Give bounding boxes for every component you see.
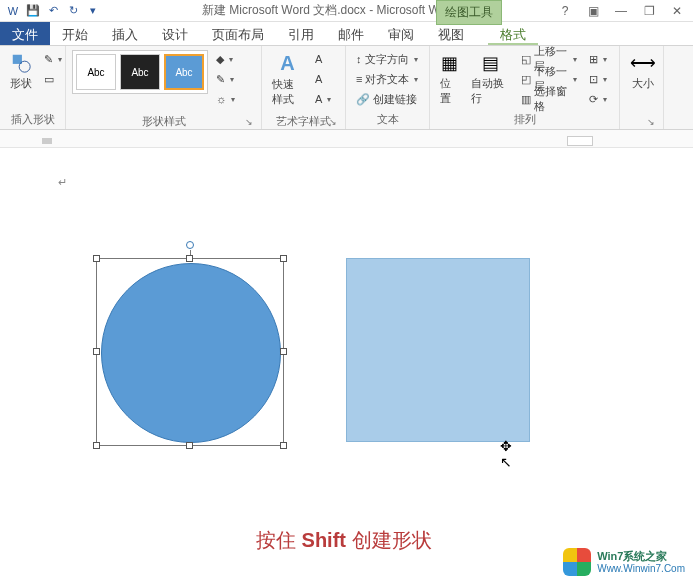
ribbon-tabs: 文件 开始 插入 设计 页面布局 引用 邮件 审阅 视图 格式: [0, 22, 693, 46]
qat-more-button[interactable]: ▾: [84, 2, 102, 20]
watermark-url: Www.Winwin7.Com: [597, 563, 685, 574]
tab-home[interactable]: 开始: [50, 22, 100, 45]
close-button[interactable]: ✕: [669, 3, 685, 19]
watermark-title: Win7系统之家: [597, 550, 685, 562]
hint-key: Shift: [302, 529, 352, 551]
group-size: ⟷ 大小 ↘: [620, 46, 664, 129]
text-box-button[interactable]: ▭: [40, 70, 68, 88]
outline-icon: ✎: [216, 73, 225, 86]
hint-post: 创建形状: [352, 529, 432, 551]
resize-handle-tr[interactable]: [280, 255, 287, 262]
size-launcher[interactable]: ↘: [626, 117, 657, 127]
group-arrange: ▦ 位置 ▤ 自动换行 ◱上移一层▾ ◰下移一层▾ ▥选择窗格 ⊞▾ ⊡▾ ⟳▾…: [430, 46, 620, 129]
position-button[interactable]: ▦ 位置: [436, 50, 463, 108]
word-icon[interactable]: W: [4, 2, 22, 20]
tab-format[interactable]: 格式: [488, 22, 538, 45]
save-button[interactable]: 💾: [24, 2, 42, 20]
create-link-button[interactable]: 🔗创建链接: [352, 90, 423, 108]
rotate-button[interactable]: ⟳▾: [585, 90, 613, 108]
shapes-button[interactable]: 形状: [6, 50, 36, 93]
horizontal-ruler[interactable]: [0, 130, 693, 148]
text-effects-button[interactable]: A▾: [311, 90, 339, 108]
group-text: ↕文字方向▾ ≡对齐文本▾ 🔗创建链接 文本: [346, 46, 430, 129]
title-bar: W 💾 ↶ ↻ ▾ 新建 Microsoft Word 文档.docx - Mi…: [0, 0, 693, 22]
tab-review[interactable]: 审阅: [376, 22, 426, 45]
shape-outline-button[interactable]: ✎▾: [212, 70, 240, 88]
size-icon: ⟷: [630, 52, 656, 74]
minimize-button[interactable]: —: [613, 3, 629, 19]
size-button[interactable]: ⟷ 大小: [626, 50, 660, 93]
redo-button[interactable]: ↻: [64, 2, 82, 20]
document-canvas[interactable]: ↵ ✥↖ 按住 Shift 创建形状 Win7系统之家 Www.Winwin7.…: [0, 148, 693, 584]
forward-icon: ◱: [521, 53, 531, 66]
shape-style-gallery[interactable]: Abc Abc Abc: [72, 50, 208, 94]
shape-effects-button[interactable]: ☼▾: [212, 90, 240, 108]
shape-styles-launcher[interactable]: ↘: [72, 117, 255, 127]
selected-shape-container[interactable]: [96, 258, 284, 446]
watermark: Win7系统之家 Www.Winwin7.Com: [563, 548, 685, 576]
group-label-text: 文本: [352, 112, 423, 127]
style-option-3-selected[interactable]: Abc: [164, 54, 204, 90]
text-outline-button[interactable]: A: [311, 70, 339, 88]
style-option-1[interactable]: Abc: [76, 54, 116, 90]
tab-view[interactable]: 视图: [426, 22, 476, 45]
resize-handle-b[interactable]: [186, 442, 193, 449]
align-objects-button[interactable]: ⊞▾: [585, 50, 613, 68]
restore-button[interactable]: ❐: [641, 3, 657, 19]
square-shape[interactable]: [346, 258, 530, 442]
help-button[interactable]: ?: [557, 3, 573, 19]
quick-styles-button[interactable]: A 快速样式: [268, 50, 307, 109]
shapes-label: 形状: [10, 76, 32, 91]
text-fill-button[interactable]: A: [311, 50, 339, 68]
paragraph-mark: ↵: [58, 176, 67, 189]
tab-insert[interactable]: 插入: [100, 22, 150, 45]
window-controls: ? ▣ — ❐ ✕: [557, 3, 693, 19]
direction-icon: ↕: [356, 53, 362, 65]
group-insert-shapes: 形状 ✎▾ ▭ 插入形状: [0, 46, 66, 129]
quick-styles-label: 快速样式: [272, 77, 303, 107]
quick-access-toolbar: W 💾 ↶ ↻ ▾: [0, 2, 102, 20]
group-icon: ⊡: [589, 73, 598, 86]
group-label-arrange: 排列: [436, 112, 613, 127]
position-icon: ▦: [441, 52, 458, 74]
resize-handle-tl[interactable]: [93, 255, 100, 262]
tab-references[interactable]: 引用: [276, 22, 326, 45]
svg-point-1: [19, 61, 30, 72]
watermark-logo-icon: [563, 548, 591, 576]
resize-handle-t[interactable]: [186, 255, 193, 262]
undo-button[interactable]: ↶: [44, 2, 62, 20]
resize-handle-bl[interactable]: [93, 442, 100, 449]
instruction-hint: 按住 Shift 创建形状: [256, 527, 432, 554]
style-option-2[interactable]: Abc: [120, 54, 160, 90]
tab-mailings[interactable]: 邮件: [326, 22, 376, 45]
resize-handle-br[interactable]: [280, 442, 287, 449]
circle-shape[interactable]: [101, 263, 281, 443]
backward-icon: ◰: [521, 73, 531, 86]
hint-pre: 按住: [256, 529, 302, 551]
pane-icon: ▥: [521, 93, 531, 106]
shape-fill-button[interactable]: ◆▾: [212, 50, 240, 68]
align-text-button[interactable]: ≡对齐文本▾: [352, 70, 423, 88]
group-objects-button[interactable]: ⊡▾: [585, 70, 613, 88]
wordart-launcher[interactable]: ↘: [268, 117, 339, 127]
wrap-text-button[interactable]: ▤ 自动换行: [467, 50, 513, 108]
wordart-a-icon: A: [280, 52, 294, 75]
tab-file[interactable]: 文件: [0, 22, 50, 45]
fill-icon: ◆: [216, 53, 224, 66]
ribbon: 形状 ✎▾ ▭ 插入形状 Abc Abc Abc ◆▾ ✎▾ ☼▾ 形状样式 ↘: [0, 46, 693, 130]
tab-design[interactable]: 设计: [150, 22, 200, 45]
group-label-insert-shapes: 插入形状: [6, 112, 59, 127]
move-cursor-icon: ✥↖: [500, 438, 512, 470]
resize-handle-r[interactable]: [280, 348, 287, 355]
align-objects-icon: ⊞: [589, 53, 598, 66]
selection-pane-button[interactable]: ▥选择窗格: [517, 90, 581, 108]
tab-layout[interactable]: 页面布局: [200, 22, 276, 45]
resize-handle-l[interactable]: [93, 348, 100, 355]
rotation-handle[interactable]: [186, 241, 194, 249]
edit-shape-button[interactable]: ✎▾: [40, 50, 68, 68]
contextual-tab-label: 绘图工具: [436, 0, 502, 25]
wrap-icon: ▤: [482, 52, 499, 74]
ribbon-toggle-button[interactable]: ▣: [585, 3, 601, 19]
text-direction-button[interactable]: ↕文字方向▾: [352, 50, 423, 68]
group-shape-styles: Abc Abc Abc ◆▾ ✎▾ ☼▾ 形状样式 ↘: [66, 46, 262, 129]
